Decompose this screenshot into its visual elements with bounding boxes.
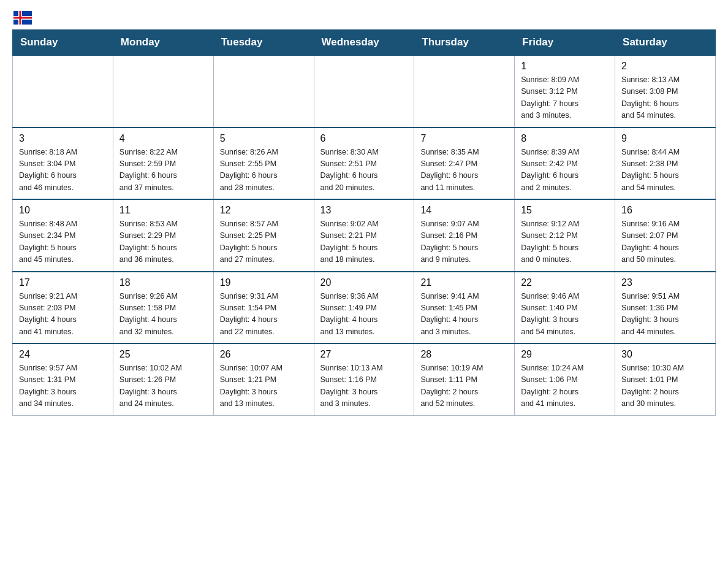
calendar-cell: 22Sunrise: 9:46 AM Sunset: 1:40 PM Dayli… bbox=[515, 272, 615, 344]
day-info: Sunrise: 9:31 AM Sunset: 1:54 PM Dayligh… bbox=[220, 291, 308, 339]
day-info: Sunrise: 8:57 AM Sunset: 2:25 PM Dayligh… bbox=[220, 218, 308, 266]
weekday-wednesday: Wednesday bbox=[314, 30, 414, 56]
day-info: Sunrise: 9:46 AM Sunset: 1:40 PM Dayligh… bbox=[521, 291, 609, 339]
calendar-cell bbox=[13, 55, 113, 128]
day-info: Sunrise: 8:44 AM Sunset: 2:38 PM Dayligh… bbox=[621, 147, 709, 194]
day-info: Sunrise: 9:36 AM Sunset: 1:49 PM Dayligh… bbox=[320, 291, 408, 339]
calendar-cell: 6Sunrise: 8:30 AM Sunset: 2:51 PM Daylig… bbox=[314, 128, 414, 200]
weekday-thursday: Thursday bbox=[414, 30, 515, 56]
calendar-cell: 18Sunrise: 9:26 AM Sunset: 1:58 PM Dayli… bbox=[113, 272, 213, 344]
day-number: 23 bbox=[621, 277, 709, 288]
day-number: 18 bbox=[119, 277, 207, 288]
day-info: Sunrise: 9:21 AM Sunset: 2:03 PM Dayligh… bbox=[19, 291, 107, 339]
day-info: Sunrise: 8:48 AM Sunset: 2:34 PM Dayligh… bbox=[19, 218, 107, 266]
day-info: Sunrise: 8:22 AM Sunset: 2:59 PM Dayligh… bbox=[119, 147, 207, 194]
day-number: 13 bbox=[320, 205, 408, 216]
day-number: 11 bbox=[119, 205, 207, 216]
weekday-tuesday: Tuesday bbox=[213, 30, 314, 56]
day-number: 19 bbox=[220, 277, 308, 288]
calendar-cell: 28Sunrise: 10:19 AM Sunset: 1:11 PM Dayl… bbox=[414, 343, 515, 415]
week-row-5: 24Sunrise: 9:57 AM Sunset: 1:31 PM Dayli… bbox=[13, 343, 716, 415]
day-info: Sunrise: 8:53 AM Sunset: 2:29 PM Dayligh… bbox=[119, 218, 207, 266]
day-number: 17 bbox=[19, 277, 107, 288]
day-number: 27 bbox=[320, 349, 408, 360]
day-number: 8 bbox=[521, 133, 609, 144]
day-info: Sunrise: 8:30 AM Sunset: 2:51 PM Dayligh… bbox=[320, 147, 408, 194]
calendar-cell: 20Sunrise: 9:36 AM Sunset: 1:49 PM Dayli… bbox=[314, 272, 414, 344]
weekday-header-row: SundayMondayTuesdayWednesdayThursdayFrid… bbox=[13, 30, 716, 56]
calendar-cell: 9Sunrise: 8:44 AM Sunset: 2:38 PM Daylig… bbox=[615, 128, 716, 200]
day-info: Sunrise: 8:35 AM Sunset: 2:47 PM Dayligh… bbox=[420, 147, 508, 194]
day-info: Sunrise: 8:18 AM Sunset: 3:04 PM Dayligh… bbox=[19, 147, 107, 194]
calendar-cell: 24Sunrise: 9:57 AM Sunset: 1:31 PM Dayli… bbox=[13, 343, 113, 415]
day-info: Sunrise: 8:13 AM Sunset: 3:08 PM Dayligh… bbox=[621, 74, 709, 122]
logo-flag-icon bbox=[13, 11, 32, 25]
calendar-cell: 26Sunrise: 10:07 AM Sunset: 1:21 PM Dayl… bbox=[213, 343, 314, 415]
day-number: 6 bbox=[320, 133, 408, 144]
day-number: 26 bbox=[220, 349, 308, 360]
page-header bbox=[12, 12, 716, 23]
calendar-cell: 4Sunrise: 8:22 AM Sunset: 2:59 PM Daylig… bbox=[113, 128, 213, 200]
day-number: 4 bbox=[119, 133, 207, 144]
week-row-1: 1Sunrise: 8:09 AM Sunset: 3:12 PM Daylig… bbox=[13, 55, 716, 128]
calendar-cell: 23Sunrise: 9:51 AM Sunset: 1:36 PM Dayli… bbox=[615, 272, 716, 344]
day-info: Sunrise: 9:07 AM Sunset: 2:16 PM Dayligh… bbox=[420, 218, 508, 266]
day-info: Sunrise: 10:13 AM Sunset: 1:16 PM Daylig… bbox=[320, 362, 408, 410]
calendar-cell bbox=[113, 55, 213, 128]
week-row-4: 17Sunrise: 9:21 AM Sunset: 2:03 PM Dayli… bbox=[13, 272, 716, 344]
day-number: 20 bbox=[320, 277, 408, 288]
calendar-cell: 21Sunrise: 9:41 AM Sunset: 1:45 PM Dayli… bbox=[414, 272, 515, 344]
calendar-cell: 8Sunrise: 8:39 AM Sunset: 2:42 PM Daylig… bbox=[515, 128, 615, 200]
day-number: 9 bbox=[621, 133, 709, 144]
day-info: Sunrise: 9:16 AM Sunset: 2:07 PM Dayligh… bbox=[621, 218, 709, 266]
day-info: Sunrise: 10:30 AM Sunset: 1:01 PM Daylig… bbox=[621, 362, 709, 410]
calendar-cell: 1Sunrise: 8:09 AM Sunset: 3:12 PM Daylig… bbox=[515, 55, 615, 128]
calendar-cell: 30Sunrise: 10:30 AM Sunset: 1:01 PM Dayl… bbox=[615, 343, 716, 415]
calendar-cell bbox=[213, 55, 314, 128]
calendar-cell: 14Sunrise: 9:07 AM Sunset: 2:16 PM Dayli… bbox=[414, 199, 515, 272]
week-row-3: 10Sunrise: 8:48 AM Sunset: 2:34 PM Dayli… bbox=[13, 199, 716, 272]
calendar-cell: 25Sunrise: 10:02 AM Sunset: 1:26 PM Dayl… bbox=[113, 343, 213, 415]
weekday-saturday: Saturday bbox=[615, 30, 716, 56]
day-number: 12 bbox=[220, 205, 308, 216]
calendar-cell bbox=[314, 55, 414, 128]
weekday-friday: Friday bbox=[515, 30, 615, 56]
day-number: 21 bbox=[420, 277, 508, 288]
calendar-cell: 15Sunrise: 9:12 AM Sunset: 2:12 PM Dayli… bbox=[515, 199, 615, 272]
day-number: 29 bbox=[521, 349, 609, 360]
day-number: 7 bbox=[420, 133, 508, 144]
calendar-cell: 19Sunrise: 9:31 AM Sunset: 1:54 PM Dayli… bbox=[213, 272, 314, 344]
day-number: 10 bbox=[19, 205, 107, 216]
calendar-cell: 17Sunrise: 9:21 AM Sunset: 2:03 PM Dayli… bbox=[13, 272, 113, 344]
day-number: 2 bbox=[621, 61, 709, 72]
day-number: 24 bbox=[19, 349, 107, 360]
calendar-cell: 7Sunrise: 8:35 AM Sunset: 2:47 PM Daylig… bbox=[414, 128, 515, 200]
day-info: Sunrise: 10:02 AM Sunset: 1:26 PM Daylig… bbox=[119, 362, 207, 410]
day-info: Sunrise: 8:39 AM Sunset: 2:42 PM Dayligh… bbox=[521, 147, 609, 194]
calendar-cell: 27Sunrise: 10:13 AM Sunset: 1:16 PM Dayl… bbox=[314, 343, 414, 415]
day-number: 1 bbox=[521, 61, 609, 72]
day-info: Sunrise: 8:09 AM Sunset: 3:12 PM Dayligh… bbox=[521, 74, 609, 122]
calendar-cell: 29Sunrise: 10:24 AM Sunset: 1:06 PM Dayl… bbox=[515, 343, 615, 415]
day-info: Sunrise: 8:26 AM Sunset: 2:55 PM Dayligh… bbox=[220, 147, 308, 194]
day-number: 15 bbox=[521, 205, 609, 216]
calendar-cell: 11Sunrise: 8:53 AM Sunset: 2:29 PM Dayli… bbox=[113, 199, 213, 272]
calendar-table: SundayMondayTuesdayWednesdayThursdayFrid… bbox=[12, 29, 716, 416]
calendar-cell: 5Sunrise: 8:26 AM Sunset: 2:55 PM Daylig… bbox=[213, 128, 314, 200]
calendar-cell: 2Sunrise: 8:13 AM Sunset: 3:08 PM Daylig… bbox=[615, 55, 716, 128]
day-info: Sunrise: 10:19 AM Sunset: 1:11 PM Daylig… bbox=[420, 362, 508, 410]
day-number: 25 bbox=[119, 349, 207, 360]
week-row-2: 3Sunrise: 8:18 AM Sunset: 3:04 PM Daylig… bbox=[13, 128, 716, 200]
day-info: Sunrise: 9:26 AM Sunset: 1:58 PM Dayligh… bbox=[119, 291, 207, 339]
day-info: Sunrise: 10:24 AM Sunset: 1:06 PM Daylig… bbox=[521, 362, 609, 410]
logo bbox=[12, 12, 32, 23]
day-info: Sunrise: 9:12 AM Sunset: 2:12 PM Dayligh… bbox=[521, 218, 609, 266]
day-info: Sunrise: 9:41 AM Sunset: 1:45 PM Dayligh… bbox=[420, 291, 508, 339]
day-number: 28 bbox=[420, 349, 508, 360]
calendar-cell: 13Sunrise: 9:02 AM Sunset: 2:21 PM Dayli… bbox=[314, 199, 414, 272]
svg-rect-3 bbox=[13, 17, 32, 19]
day-number: 30 bbox=[621, 349, 709, 360]
calendar-cell: 16Sunrise: 9:16 AM Sunset: 2:07 PM Dayli… bbox=[615, 199, 716, 272]
svg-rect-4 bbox=[20, 11, 21, 25]
day-info: Sunrise: 9:57 AM Sunset: 1:31 PM Dayligh… bbox=[19, 362, 107, 410]
